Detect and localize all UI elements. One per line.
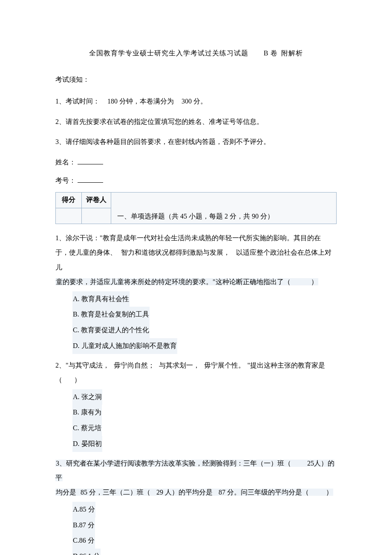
text: 3、研究者在某小学进行阅读教学方法改革实验，经测验得到：三年（一）班（ — [56, 460, 291, 467]
text: 2、"与其守成法， — [55, 362, 110, 369]
text: ） — [74, 376, 81, 383]
score-table: 得分 评卷人 — [55, 192, 111, 224]
text: "提出这种主张的教育家是 — [248, 362, 326, 369]
notice-heading: 考试须知： — [55, 73, 337, 86]
text: 毋宁展个性。 — [204, 362, 245, 369]
q3-option-a: A.85 分 — [72, 502, 337, 518]
score-cell — [56, 208, 82, 224]
q3-option-c: C.86 分 — [72, 533, 337, 549]
text: 均分是 — [56, 489, 76, 496]
text: 童的要求，并适应儿童将来所处的特定环境的要求。"这种论断正确地指出了（ — [56, 278, 291, 285]
section-header-row: 得分 评卷人 一、单项选择题（共 45 小题，每题 2 分，共 90 分） — [55, 192, 337, 224]
q3-options: A.85 分 B.87 分 C.86 分 D.86.1 分 — [55, 502, 337, 555]
q2-option-a: A. 张之洞 — [72, 389, 337, 405]
text: 85 分，三年（二）班（ — [81, 489, 150, 496]
id-label: 考号： — [55, 177, 76, 184]
question-3: 3、研究者在某小学进行阅读教学方法改革实验，经测验得到：三年（一）班（25人）的… — [55, 456, 337, 500]
text: 与其求划一， — [159, 362, 200, 369]
q1-option-a: A. 教育具有社会性 — [72, 291, 337, 307]
q3-option-d: D.86.1 分 — [72, 549, 337, 555]
text: 智力和道德状况都得到激励与发展， — [121, 249, 230, 256]
id-field: 考号： — [55, 173, 337, 188]
text: 180 分钟，本卷满分为 — [107, 98, 174, 105]
notice-item-1: 1、考试时间：180 分钟，本卷满分为300 分。 — [55, 94, 337, 109]
q1-options: A. 教育具有社会性 B. 教育是社会复制的工具 C. 教育要促进人的个性化 D… — [55, 291, 337, 354]
name-blank — [78, 157, 103, 164]
marker-header: 评卷人 — [82, 192, 111, 208]
title-variant: B 卷 — [264, 49, 278, 57]
text: 87 分。问三年级的平均分是（ — [219, 489, 309, 496]
q1-option-d: D. 儿童对成人施加的影响不是教育 — [72, 338, 337, 354]
q2-options: A. 张之洞 B. 康有为 C. 蔡元培 D. 晏阳初 — [55, 389, 337, 452]
q1-option-c: C. 教育要促进人的个性化 — [72, 322, 337, 338]
q2-option-d: D. 晏阳初 — [72, 436, 337, 452]
q1-line2: 于，使儿童的身体、智力和道德状况都得到激励与发展，以适应整个政治社会在总体上对儿 — [55, 245, 337, 275]
text: 1、考试时间： — [55, 98, 100, 105]
document-title: 全国教育学专业硕士研究生入学考试过关练习试题B 卷附解析 — [55, 49, 337, 58]
title-suffix: 附解析 — [281, 49, 303, 57]
notice-item-3: 3、请仔细阅读各种题目的回答要求，在密封线内答题，否则不予评分。 — [55, 135, 337, 149]
text: （ — [55, 376, 62, 383]
q2-option-c: C. 蔡元培 — [72, 420, 337, 436]
score-header: 得分 — [56, 192, 82, 208]
text: 于，使儿童的身体、 — [55, 249, 117, 256]
title-main: 全国教育学专业硕士研究生入学考试过关练习试题 — [89, 49, 248, 57]
q3-option-b: B.87 分 — [72, 518, 337, 533]
q2-option-b: B. 康有为 — [72, 405, 337, 420]
text: 毋宁尚自然； — [114, 362, 155, 369]
q3-line1: 3、研究者在某小学进行阅读教学方法改革实验，经测验得到：三年（一）班（25人）的… — [55, 456, 337, 486]
q2-line1: 2、"与其守成法，毋宁尚自然；与其求划一，毋宁展个性。"提出这种主张的教育家是（… — [55, 358, 337, 388]
text: 300 分。 — [182, 98, 207, 105]
marker-cell — [82, 208, 111, 224]
question-1: 1、涂尔干说："教育是成年一代对社会生活尚未成熟的年轻一代所实施的影响。其目的在… — [55, 231, 337, 290]
q1-line1: 1、涂尔干说："教育是成年一代对社会生活尚未成熟的年轻一代所实施的影响。其目的在 — [55, 231, 337, 245]
q1-option-b: B. 教育是社会复制的工具 — [72, 307, 337, 322]
document-page: 全国教育学专业硕士研究生入学考试过关练习试题B 卷附解析 考试须知： 1、考试时… — [0, 0, 392, 555]
text: 29 人）的平均分是 — [156, 489, 213, 496]
text: ） — [326, 489, 333, 496]
id-blank — [78, 175, 103, 183]
text: ） — [311, 278, 318, 285]
section-title-box: 一、单项选择题（共 45 小题，每题 2 分，共 90 分） — [111, 192, 337, 224]
name-field: 姓名： — [55, 155, 337, 170]
section-title: 一、单项选择题（共 45 小题，每题 2 分，共 90 分） — [117, 212, 330, 221]
notice-item-2: 2、请首先按要求在试卷的指定位置填写您的姓名、准考证号等信息。 — [55, 115, 337, 129]
name-label: 姓名： — [55, 158, 76, 166]
question-2: 2、"与其守成法，毋宁尚自然；与其求划一，毋宁展个性。"提出这种主张的教育家是（… — [55, 358, 337, 388]
q1-line3: 童的要求，并适应儿童将来所处的特定环境的要求。"这种论断正确地指出了（） — [55, 275, 337, 289]
q3-line2: 均分是85 分，三年（二）班（29 人）的平均分是87 分。问三年级的平均分是（… — [55, 485, 337, 500]
